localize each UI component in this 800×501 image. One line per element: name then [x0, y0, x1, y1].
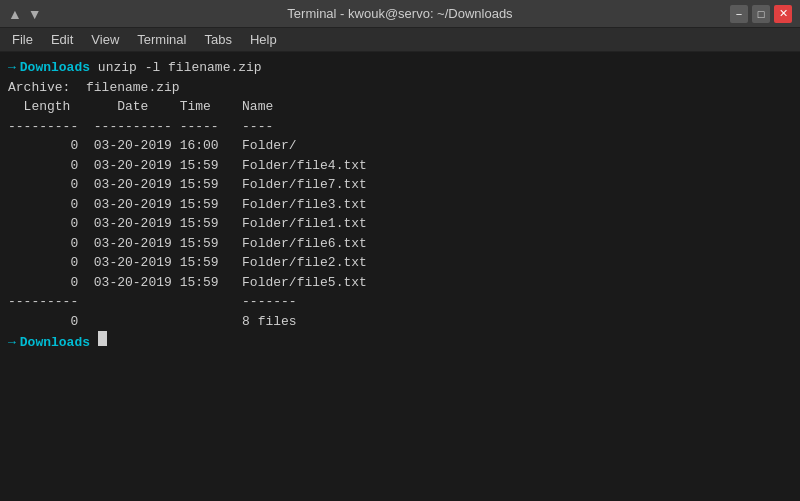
menu-terminal[interactable]: Terminal	[129, 30, 194, 49]
table-row: 0 03-20-2019 15:59 Folder/file5.txt	[8, 273, 792, 293]
terminal-content[interactable]: → Downloads unzip -l filename.zip Archiv…	[0, 52, 800, 501]
table-row: 0 03-20-2019 15:59 Folder/file1.txt	[8, 214, 792, 234]
summary-line: 0 8 files	[8, 312, 792, 332]
maximize-button[interactable]: □	[752, 5, 770, 23]
row-3: 0 03-20-2019 15:59 Folder/file3.txt	[8, 195, 367, 215]
prompt-dir-2: Downloads	[20, 333, 90, 353]
menu-tabs[interactable]: Tabs	[196, 30, 239, 49]
row-5: 0 03-20-2019 15:59 Folder/file6.txt	[8, 234, 367, 254]
row-0: 0 03-20-2019 16:00 Folder/	[8, 136, 297, 156]
table-row: 0 03-20-2019 15:59 Folder/file6.txt	[8, 234, 792, 254]
row-6: 0 03-20-2019 15:59 Folder/file2.txt	[8, 253, 367, 273]
table-row: 0 03-20-2019 15:59 Folder/file3.txt	[8, 195, 792, 215]
row-1: 0 03-20-2019 15:59 Folder/file4.txt	[8, 156, 367, 176]
command-line-1: → Downloads unzip -l filename.zip	[8, 58, 792, 78]
table-row: 0 03-20-2019 15:59 Folder/file4.txt	[8, 156, 792, 176]
column-headers: Length Date Time Name	[8, 97, 273, 117]
minimize-button[interactable]: −	[730, 5, 748, 23]
separator-line-2: --------- -------	[8, 292, 792, 312]
menu-edit[interactable]: Edit	[43, 30, 81, 49]
column-header-line: Length Date Time Name	[8, 97, 792, 117]
archive-line: Archive: filename.zip	[8, 78, 792, 98]
separator-2: --------- -------	[8, 292, 297, 312]
prompt-dir-1: Downloads	[20, 58, 90, 78]
row-7: 0 03-20-2019 15:59 Folder/file5.txt	[8, 273, 367, 293]
arrow-down-icon[interactable]: ▼	[28, 6, 42, 22]
separator-line-1: --------- ---------- ----- ----	[8, 117, 792, 137]
title-bar: ▲ ▼ Terminal - kwouk@servo: ~/Downloads …	[0, 0, 800, 28]
prompt-line-2: → Downloads	[8, 331, 792, 353]
table-row: 0 03-20-2019 15:59 Folder/file7.txt	[8, 175, 792, 195]
title-bar-left: ▲ ▼	[8, 6, 42, 22]
separator-1: --------- ---------- ----- ----	[8, 117, 273, 137]
menu-view[interactable]: View	[83, 30, 127, 49]
menu-file[interactable]: File	[4, 30, 41, 49]
menu-help[interactable]: Help	[242, 30, 285, 49]
summary-text: 0 8 files	[8, 312, 297, 332]
table-row: 0 03-20-2019 15:59 Folder/file2.txt	[8, 253, 792, 273]
row-4: 0 03-20-2019 15:59 Folder/file1.txt	[8, 214, 367, 234]
command-text-1: unzip -l filename.zip	[90, 58, 262, 78]
menu-bar: File Edit View Terminal Tabs Help	[0, 28, 800, 52]
archive-text: Archive: filename.zip	[8, 78, 180, 98]
table-row: 0 03-20-2019 16:00 Folder/	[8, 136, 792, 156]
prompt-arrow-2: →	[8, 333, 16, 353]
arrow-up-icon[interactable]: ▲	[8, 6, 22, 22]
prompt-arrow-1: →	[8, 58, 16, 78]
cursor	[98, 331, 107, 346]
close-button[interactable]: ✕	[774, 5, 792, 23]
row-2: 0 03-20-2019 15:59 Folder/file7.txt	[8, 175, 367, 195]
window-controls: − □ ✕	[730, 5, 792, 23]
window-title: Terminal - kwouk@servo: ~/Downloads	[287, 6, 512, 21]
